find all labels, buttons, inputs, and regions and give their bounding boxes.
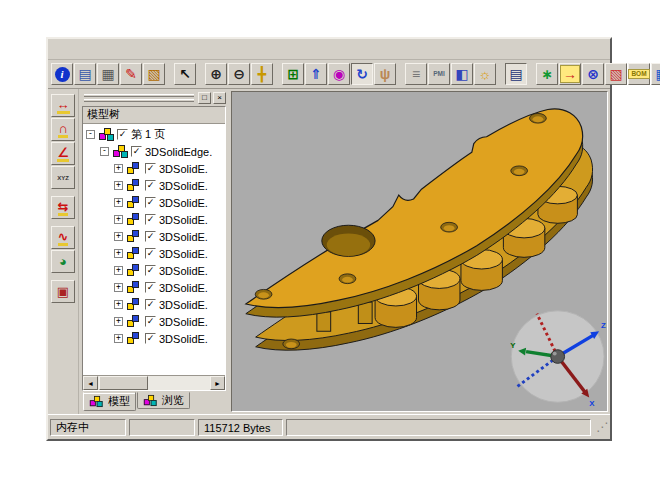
visibility-checkbox[interactable]: ✓ [145,197,156,208]
spin-button[interactable]: ↻ [351,63,373,85]
measure-angle-button[interactable]: ∠ [51,142,75,165]
scroll-left-arrow[interactable]: ◄ [83,376,98,390]
menu-file[interactable] [57,48,65,50]
scroll-right-arrow[interactable]: ► [210,376,225,390]
hand-pan-button[interactable]: ψ [374,63,396,85]
tab-model[interactable]: 模型 [83,392,136,411]
move-part-button[interactable]: → [559,63,581,85]
move-part-icon: → [560,65,580,83]
markup-button[interactable]: ✎ [120,63,142,85]
expander-toggle[interactable]: + [114,215,123,224]
measure-curve-button[interactable]: ∿ [51,226,75,249]
zoom-window-button[interactable]: ⊞ [282,63,304,85]
tree-item-label: 3DSolidE. [159,231,208,243]
explode-button[interactable]: ∗ [536,63,558,85]
app-window: i ▤ ▦ ✎ ▧ ↖ ⊕ ⊖ ╋ ⊞ ⇑ ◉ [46,37,612,441]
measure-area-button[interactable]: ◕ [51,250,75,273]
layers-button[interactable]: ≡ [405,63,427,85]
expander-toggle[interactable]: + [114,334,123,343]
orbit-button[interactable]: ◉ [328,63,350,85]
volume-blocks-button[interactable]: ▧ [605,63,627,85]
views-button[interactable]: ◧ [451,63,473,85]
expander-toggle[interactable]: + [114,198,123,207]
visibility-checkbox[interactable]: ✓ [145,180,156,191]
measure-distance-icon: ↔ [57,98,70,114]
tree-row-part[interactable]: + ✓ 3DSolidE. [83,262,225,279]
pan-button[interactable]: ╋ [251,63,273,85]
visibility-checkbox[interactable]: ✓ [117,129,128,140]
panel-gripper[interactable] [82,94,196,102]
expander-toggle[interactable]: + [114,283,123,292]
tree-row-part[interactable]: + ✓ 3DSolidE. [83,194,225,211]
visibility-checkbox[interactable]: ✓ [145,316,156,327]
expander-toggle[interactable]: + [114,181,123,190]
tree-row-page[interactable]: - ✓ 第 1 页 [83,126,225,143]
visibility-checkbox[interactable]: ✓ [145,163,156,174]
viewport-3d[interactable]: Z X Y [231,91,608,412]
panel-close-button[interactable]: × [213,92,226,104]
measure-volume-button[interactable]: ▣ [51,280,75,303]
light-button[interactable]: ☼ [474,63,496,85]
point-coordinate-button[interactable]: XYZ [51,166,75,189]
find-table-button[interactable]: ▦ [651,63,660,85]
tree-horizontal-scrollbar[interactable]: ◄ ► [83,375,225,390]
tree-row-part[interactable]: + ✓ 3DSolidE. [83,160,225,177]
measure-radius-button[interactable]: ∩ [51,118,75,141]
tree-row-part[interactable]: + ✓ 3DSolidE. [83,279,225,296]
scrollbar-track[interactable] [98,376,210,390]
part-node-icon [126,247,142,260]
expander-toggle[interactable]: + [114,232,123,241]
document-export-icon: ▧ [147,67,160,81]
scrollbar-thumb[interactable] [99,376,148,390]
tree-row-part[interactable]: + ✓ 3DSolidE. [83,296,225,313]
tree-row-assembly[interactable]: - ✓ 3DSolidEdge. [83,143,225,160]
part-node-icon [126,264,142,277]
zoom-out-icon: ⊖ [233,67,245,81]
pages-book-button[interactable]: ▤ [505,63,527,85]
visibility-checkbox[interactable]: ✓ [145,265,156,276]
tree-row-part[interactable]: + ✓ 3DSolidE. [83,313,225,330]
model-tree: - ✓ 第 1 页 - ✓ 3DSolidEdge. + ✓ [83,124,225,375]
rotate-part-button[interactable]: ⊗ [582,63,604,85]
panel-float-button[interactable]: □ [198,92,211,104]
bom-button[interactable]: BOM [628,63,650,85]
tree-row-part[interactable]: + ✓ 3DSolidE. [83,330,225,347]
select-button[interactable]: ↖ [174,63,196,85]
resize-grip[interactable]: ⋰ [594,419,608,436]
info-button[interactable]: i [51,63,73,85]
expander-toggle[interactable]: + [114,300,123,309]
pmi-button[interactable]: PMI [428,63,450,85]
measure-angle-icon: ∠ [57,146,69,162]
zoom-out-button[interactable]: ⊖ [228,63,250,85]
visibility-checkbox[interactable]: ✓ [145,282,156,293]
visibility-checkbox[interactable]: ✓ [145,231,156,242]
visibility-checkbox[interactable]: ✓ [145,214,156,225]
tree-row-part[interactable]: + ✓ 3DSolidE. [83,177,225,194]
tree-row-part[interactable]: + ✓ 3DSolidE. [83,211,225,228]
visibility-checkbox[interactable]: ✓ [131,146,142,157]
zoom-in-button[interactable]: ⊕ [205,63,227,85]
tree-row-part[interactable]: + ✓ 3DSolidE. [83,228,225,245]
menu-page[interactable] [81,48,89,50]
visibility-checkbox[interactable]: ✓ [145,333,156,344]
measure-between-button[interactable]: ⇆ [51,196,75,219]
expander-toggle[interactable]: + [114,249,123,258]
viewport-canvas[interactable]: Z X Y [232,92,607,411]
tree-row-part[interactable]: + ✓ 3DSolidE. [83,245,225,262]
print-preview-button[interactable]: ▤ [74,63,96,85]
expander-toggle[interactable]: + [114,266,123,275]
measure-distance-button[interactable]: ↔ [51,94,75,117]
visibility-checkbox[interactable]: ✓ [145,248,156,259]
markup-save-button[interactable]: ▧ [143,63,165,85]
tab-browse[interactable]: 浏览 [137,392,190,409]
expander-toggle[interactable]: - [100,147,109,156]
tree-item-label: 3DSolidE. [159,180,208,192]
expander-toggle[interactable]: + [114,317,123,326]
status-panel-2 [129,419,195,436]
expander-toggle[interactable]: - [86,130,95,139]
visibility-checkbox[interactable]: ✓ [145,299,156,310]
expander-toggle[interactable]: + [114,164,123,173]
print-button[interactable]: ▦ [97,63,119,85]
orientation-triad[interactable]: Z X Y [510,311,606,408]
zoom-dynamic-button[interactable]: ⇑ [305,63,327,85]
